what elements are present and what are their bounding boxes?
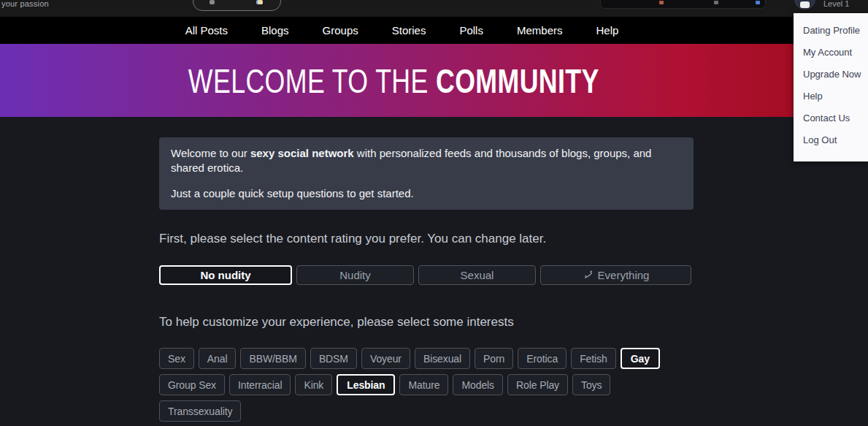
interest-chip-fetish[interactable]: Fetish: [571, 348, 616, 369]
rating-option-no-nudity[interactable]: No nudity: [159, 265, 292, 285]
topbar: your passion Level 1: [0, 0, 868, 17]
intro-text: Welcome to our: [171, 147, 250, 159]
menu-item-my-account[interactable]: My Account: [794, 42, 868, 64]
interest-chip-porn[interactable]: Porn: [475, 348, 513, 369]
nav-item-all-posts[interactable]: All Posts: [185, 24, 228, 37]
interest-chip-mature[interactable]: Mature: [399, 374, 448, 395]
interest-chip-interracial[interactable]: Interracial: [229, 374, 291, 395]
whip-icon: [583, 270, 594, 281]
interests-prompt: To help customize your experience, pleas…: [159, 315, 694, 330]
spark-icon: [258, 0, 263, 4]
intro-box: Welcome to our sexy social network with …: [159, 137, 694, 210]
menu-item-upgrade-now[interactable]: Upgrade Now: [794, 64, 868, 85]
menu-item-log-out[interactable]: Log Out: [794, 129, 868, 151]
rating-options: No nudityNuditySexualEverything: [159, 265, 694, 285]
interest-chip-transsexuality[interactable]: Transsexuality: [159, 400, 241, 422]
rating-option-sexual[interactable]: Sexual: [418, 265, 536, 285]
avatar-image: [800, 1, 810, 8]
interest-chip-bisexual[interactable]: Bisexual: [415, 348, 470, 369]
rating-option-label: No nudity: [200, 269, 250, 281]
top-center-button[interactable]: [193, 0, 281, 11]
nav-item-members[interactable]: Members: [517, 24, 563, 37]
rating-option-label: Everything: [598, 269, 650, 281]
nav-item-groups[interactable]: Groups: [323, 24, 358, 37]
user-menu: Dating ProfileMy AccountUpgrade NowHelpC…: [794, 13, 868, 161]
nav-item-stories[interactable]: Stories: [392, 24, 426, 37]
page-title: WELCOME TO THE COMMUNITY: [188, 61, 599, 101]
avatar[interactable]: [794, 0, 815, 9]
adult-interests: SexAnalBBW/BBMBDSMVoyeurBisexualPornErot…: [159, 348, 694, 422]
rating-option-nudity[interactable]: Nudity: [296, 265, 414, 285]
menu-item-contact-us[interactable]: Contact Us: [794, 107, 868, 129]
camera-icon: [210, 0, 215, 4]
interest-chip-anal[interactable]: Anal: [199, 348, 237, 369]
intro-text-bold: sexy social network: [250, 147, 354, 159]
hero-banner: WELCOME TO THE COMMUNITY: [0, 44, 868, 117]
rating-option-label: Nudity: [339, 269, 371, 281]
nav-item-polls[interactable]: Polls: [459, 24, 483, 37]
intro-paragraph-2: Just a couple quick setup questions to g…: [171, 186, 682, 201]
logo-tagline: your passion: [1, 0, 49, 8]
emoji-icon: [659, 1, 664, 4]
interest-chip-gay[interactable]: Gay: [621, 348, 660, 369]
rating-option-everything[interactable]: Everything: [540, 265, 691, 285]
search-icon: [756, 1, 760, 4]
interest-chip-models[interactable]: Models: [453, 374, 503, 395]
rating-option-label: Sexual: [461, 269, 494, 281]
nav-item-blogs[interactable]: Blogs: [261, 24, 289, 37]
interest-chip-kink[interactable]: Kink: [295, 374, 332, 395]
nav-item-help[interactable]: Help: [596, 24, 618, 37]
interest-chip-bdsm[interactable]: BDSM: [310, 348, 357, 369]
interest-chip-bbw-bbm[interactable]: BBW/BBM: [240, 348, 305, 369]
interest-chip-toys[interactable]: Toys: [572, 374, 610, 395]
interest-chip-lesbian[interactable]: Lesbian: [337, 374, 395, 395]
interest-chip-role-play[interactable]: Role Play: [507, 374, 568, 395]
page-title-regular: WELCOME TO THE: [188, 61, 436, 100]
main-nav: All PostsBlogsGroupsStoriesPollsMembersH…: [0, 17, 868, 44]
search-bar[interactable]: [600, 0, 766, 9]
interest-chip-group-sex[interactable]: Group Sex: [159, 374, 225, 395]
filter-icon: [714, 1, 718, 4]
menu-item-help[interactable]: Help: [794, 85, 868, 107]
menu-item-dating-profile[interactable]: Dating Profile: [794, 20, 868, 42]
intro-paragraph-1: Welcome to our sexy social network with …: [171, 146, 682, 175]
interest-chip-sex[interactable]: Sex: [159, 348, 194, 369]
setup-content: Welcome to our sexy social network with …: [159, 117, 694, 426]
interest-chip-voyeur[interactable]: Voyeur: [361, 348, 410, 369]
page-title-bold: COMMUNITY: [436, 61, 599, 100]
rating-prompt: First, please select the content rating …: [159, 232, 694, 246]
level-badge: Level 1: [823, 0, 849, 8]
interest-chip-erotica[interactable]: Erotica: [518, 348, 566, 369]
